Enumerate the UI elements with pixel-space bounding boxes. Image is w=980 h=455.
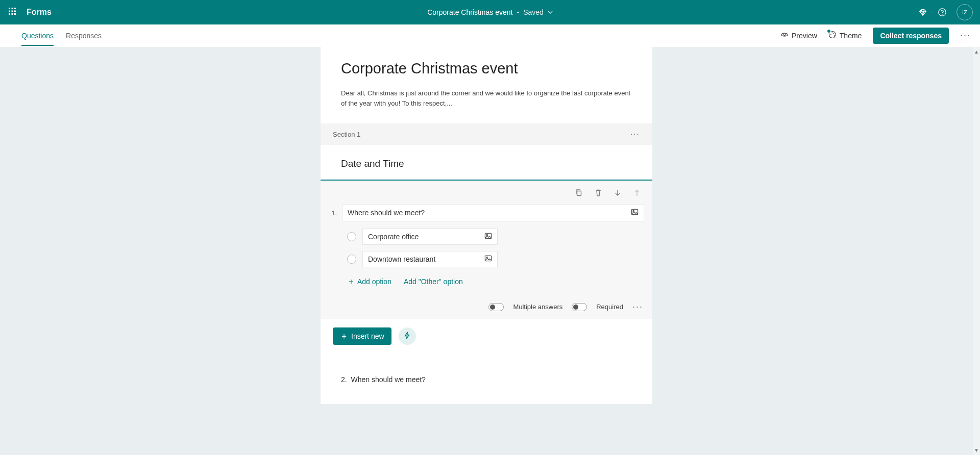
- tab-questions[interactable]: Questions: [21, 24, 54, 46]
- question-2-number: 2.: [341, 375, 347, 384]
- eye-icon: [780, 31, 789, 40]
- svg-point-9: [939, 9, 946, 16]
- add-other-label: Add "Other" option: [404, 277, 463, 286]
- avatar-initials: IZ: [962, 9, 967, 15]
- option-input[interactable]: Downtown restaurant: [362, 251, 498, 267]
- add-option-button[interactable]: ＋Add option: [347, 277, 391, 286]
- section-header[interactable]: Section 1 ···: [321, 123, 652, 145]
- copy-question-button[interactable]: [575, 189, 583, 199]
- svg-rect-2: [14, 8, 16, 9]
- radio-icon: [347, 255, 356, 264]
- svg-rect-7: [12, 13, 13, 15]
- insert-row: ＋ Insert new: [321, 319, 652, 345]
- question-2[interactable]: 2. When should we meet?: [321, 345, 652, 404]
- plus-icon: ＋: [347, 277, 355, 286]
- document-title[interactable]: Corporate Christmas event - Saved: [427, 8, 553, 16]
- question-editor: 1. Where should we meet? Corporate offic…: [321, 180, 652, 319]
- svg-point-17: [633, 210, 634, 211]
- form-card: Corporate Christmas event Dear all, Chri…: [321, 47, 652, 404]
- svg-rect-20: [485, 256, 491, 261]
- question-title-input[interactable]: Where should we meet?: [342, 204, 644, 221]
- radio-icon: [347, 232, 356, 241]
- insert-media-button[interactable]: [631, 208, 639, 217]
- question-more-button[interactable]: ···: [632, 301, 643, 312]
- svg-rect-18: [485, 233, 491, 238]
- scroll-up-icon[interactable]: ▲: [974, 49, 979, 55]
- required-label: Required: [596, 303, 623, 311]
- svg-point-13: [831, 33, 832, 34]
- question-number: 1.: [329, 209, 337, 217]
- preview-button[interactable]: Preview: [780, 31, 817, 40]
- svg-rect-8: [14, 13, 16, 15]
- multiple-answers-label: Multiple answers: [513, 303, 562, 311]
- waffle-icon: [8, 7, 16, 17]
- option-input[interactable]: Corporate office: [362, 229, 498, 245]
- option-text: Downtown restaurant: [368, 255, 435, 263]
- chevron-down-icon: [548, 8, 553, 16]
- ai-suggestion-button[interactable]: [399, 327, 416, 345]
- app-name[interactable]: Forms: [27, 8, 52, 17]
- multiple-answers-toggle[interactable]: [488, 303, 504, 311]
- question-title-row: 1. Where should we meet?: [329, 204, 644, 221]
- option-list: Corporate office Downtown restaurant: [347, 229, 644, 267]
- delete-question-button[interactable]: [594, 189, 602, 199]
- svg-rect-15: [577, 191, 581, 196]
- collect-responses-button[interactable]: Collect responses: [873, 28, 949, 44]
- question-footer: Multiple answers Required ···: [329, 295, 644, 319]
- svg-point-19: [486, 234, 487, 235]
- option-row: Corporate office: [347, 229, 644, 245]
- insert-new-button[interactable]: ＋ Insert new: [333, 327, 391, 345]
- doc-title-text: Corporate Christmas event: [427, 8, 512, 16]
- svg-rect-3: [9, 11, 10, 12]
- avatar[interactable]: IZ: [957, 4, 973, 20]
- section-title[interactable]: Date and Time: [321, 145, 652, 180]
- premium-icon[interactable]: [918, 7, 928, 17]
- svg-rect-1: [12, 8, 13, 9]
- more-commands-button[interactable]: ···: [960, 30, 971, 41]
- svg-point-14: [833, 33, 834, 34]
- svg-point-21: [486, 257, 487, 258]
- preview-label: Preview: [792, 32, 817, 40]
- collect-label: Collect responses: [880, 32, 942, 40]
- command-bar: Questions Responses Preview Theme Collec…: [0, 24, 980, 47]
- app-launcher-button[interactable]: [0, 0, 24, 24]
- option-actions: ＋Add option Add "Other" option: [347, 277, 644, 286]
- option-media-button[interactable]: [484, 255, 492, 264]
- required-toggle[interactable]: [572, 303, 587, 311]
- scrollbar[interactable]: ▲ ▼: [973, 47, 980, 455]
- svg-point-11: [783, 34, 786, 36]
- option-row: Downtown restaurant: [347, 251, 644, 267]
- form-canvas[interactable]: Corporate Christmas event Dear all, Chri…: [0, 47, 973, 455]
- palette-icon: [828, 31, 837, 40]
- form-description[interactable]: Dear all, Christmas is just around the c…: [341, 88, 632, 108]
- section-more-button[interactable]: ···: [630, 130, 640, 139]
- question-title-text: Where should we meet?: [348, 209, 425, 217]
- question-2-text: When should we meet?: [351, 375, 426, 384]
- section-label: Section 1: [333, 131, 360, 138]
- svg-point-12: [830, 34, 831, 35]
- svg-rect-16: [631, 209, 638, 214]
- theme-button[interactable]: Theme: [828, 31, 862, 40]
- svg-rect-4: [12, 11, 13, 12]
- move-up-button: [633, 189, 641, 199]
- move-down-button[interactable]: [614, 189, 622, 199]
- svg-rect-5: [14, 11, 16, 12]
- option-text: Corporate office: [368, 233, 419, 241]
- lightning-icon: [403, 332, 411, 341]
- help-icon[interactable]: [937, 7, 947, 17]
- form-title[interactable]: Corporate Christmas event: [341, 60, 632, 77]
- svg-rect-6: [9, 13, 10, 15]
- svg-point-10: [942, 14, 942, 15]
- tab-questions-label: Questions: [21, 32, 54, 46]
- doc-dash: -: [517, 8, 519, 16]
- form-header[interactable]: Corporate Christmas event Dear all, Chri…: [321, 47, 652, 123]
- theme-label: Theme: [840, 32, 862, 40]
- command-bar-right: Preview Theme Collect responses ···: [780, 28, 971, 44]
- tab-responses[interactable]: Responses: [66, 24, 102, 46]
- scroll-down-icon[interactable]: ▼: [974, 447, 979, 453]
- svg-rect-0: [9, 8, 10, 9]
- add-option-label: Add option: [357, 277, 391, 286]
- option-media-button[interactable]: [484, 232, 492, 241]
- add-other-option-button[interactable]: Add "Other" option: [404, 277, 463, 286]
- question-toolbar: [329, 188, 644, 204]
